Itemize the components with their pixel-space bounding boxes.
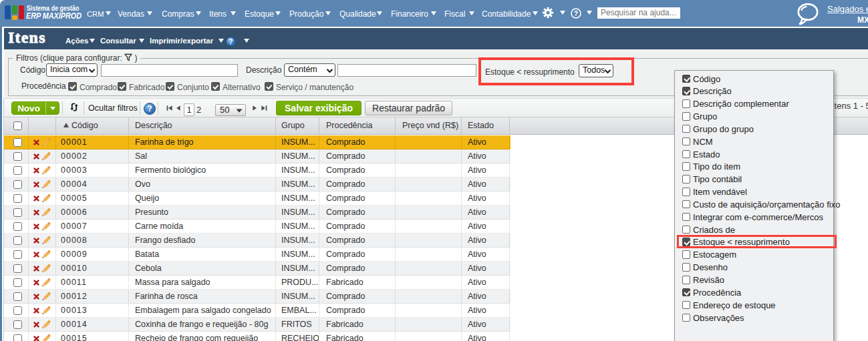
svg-text:?: ?: [574, 9, 578, 17]
